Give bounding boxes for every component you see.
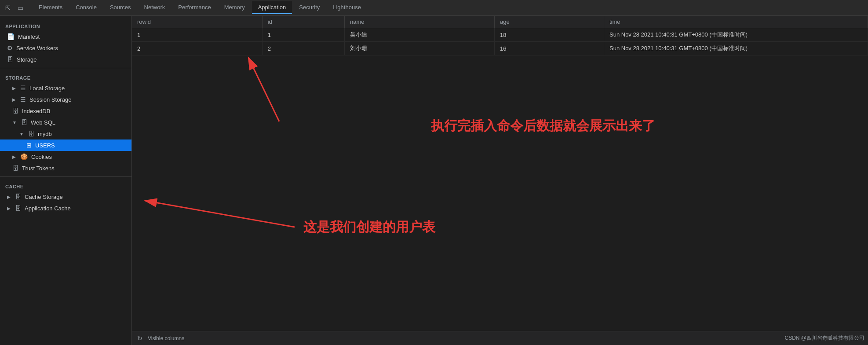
table-container[interactable]: rowid id name age time 1 1 吴小迪 18 Sun No… [132, 16, 868, 331]
refresh-button[interactable]: ↻ [135, 334, 144, 343]
tab-sources[interactable]: Sources [104, 1, 137, 14]
tab-bar: ⇱ ▭ Elements Console Sources Network Per… [0, 0, 868, 16]
sidebar-item-cookies[interactable]: ▶ 🍪 Cookies [0, 151, 131, 162]
storage-icon: 🗄 [7, 56, 13, 63]
sidebar-item-indexeddb[interactable]: 🗄 IndexedDB [0, 105, 131, 117]
branding-label: CSDN @四川省奇呱科技有限公司 [784, 334, 864, 342]
col-header-age[interactable]: age [495, 16, 604, 28]
table-row[interactable]: 2 2 刘小珊 16 Sun Nov 28 2021 10:40:31 GMT+… [132, 42, 868, 55]
sidebar-item-storage[interactable]: 🗄 Storage [0, 54, 131, 65]
data-table: rowid id name age time 1 1 吴小迪 18 Sun No… [132, 16, 868, 55]
manifest-icon: 📄 [7, 33, 15, 40]
trust-tokens-icon: 🗄 [12, 165, 18, 172]
cell-age-2: 16 [495, 42, 604, 55]
indexeddb-icon: 🗄 [12, 107, 18, 114]
table-row[interactable]: 1 1 吴小迪 18 Sun Nov 28 2021 10:40:31 GMT+… [132, 28, 868, 42]
visible-columns-label[interactable]: Visible columns [148, 335, 184, 341]
cell-time-2: Sun Nov 28 2021 10:40:31 GMT+0800 (中国标准时… [604, 42, 868, 55]
sidebar-item-session-storage-label: Session Storage [29, 96, 71, 103]
users-icon: ⊞ [26, 142, 32, 149]
expand-arrow-websql: ▼ [12, 120, 17, 125]
tab-elements[interactable]: Elements [33, 1, 69, 14]
sidebar: Application 📄 Manifest ⚙ Service Workers… [0, 16, 132, 345]
sidebar-item-local-storage-label: Local Storage [29, 85, 65, 92]
sidebar-item-cookies-label: Cookies [31, 154, 52, 160]
expand-arrow-appcache: ▶ [7, 206, 11, 211]
table-header-row: rowid id name age time [132, 16, 868, 28]
cell-id-1: 1 [262, 28, 344, 42]
storage-section-title: Storage [0, 71, 131, 82]
tab-network[interactable]: Network [138, 1, 171, 14]
sidebar-item-cache-storage[interactable]: ▶ 🗄 Cache Storage [0, 191, 131, 202]
tab-lighthouse[interactable]: Lighthouse [327, 1, 367, 14]
sidebar-item-storage-label: Storage [17, 56, 37, 63]
cell-name-1: 吴小迪 [344, 28, 494, 42]
cursor-icon[interactable]: ⇱ [4, 4, 12, 12]
app-section-title: Application [0, 19, 131, 31]
col-header-name[interactable]: name [344, 16, 494, 28]
sidebar-item-indexeddb-label: IndexedDB [22, 108, 50, 114]
cell-id-2: 2 [262, 42, 344, 55]
sidebar-item-service-workers[interactable]: ⚙ Service Workers [0, 42, 131, 54]
tab-security[interactable]: Security [293, 1, 326, 14]
service-workers-icon: ⚙ [7, 44, 13, 51]
tab-console[interactable]: Console [69, 1, 103, 14]
divider-1 [0, 68, 131, 68]
col-header-rowid[interactable]: rowid [132, 16, 262, 28]
tab-performance[interactable]: Performance [172, 1, 217, 14]
col-header-id[interactable]: id [262, 16, 344, 28]
sidebar-item-session-storage[interactable]: ▶ ☰ Session Storage [0, 94, 131, 105]
cell-rowid-2: 2 [132, 42, 262, 55]
cache-section-title: Cache [0, 180, 131, 191]
cell-rowid-1: 1 [132, 28, 262, 42]
bottom-bar: ↻ Visible columns CSDN @四川省奇呱科技有限公司 [132, 331, 868, 345]
expand-arrow-cache: ▶ [7, 195, 11, 199]
cookies-icon: 🍪 [20, 153, 28, 160]
sidebar-item-users[interactable]: ⊞ USERS [0, 139, 131, 151]
cache-storage-icon: 🗄 [15, 193, 21, 200]
content-area: rowid id name age time 1 1 吴小迪 18 Sun No… [132, 16, 868, 345]
devtools-icons: ⇱ ▭ [4, 4, 25, 12]
sidebar-item-trust-tokens[interactable]: 🗄 Trust Tokens [0, 162, 131, 174]
sidebar-item-manifest[interactable]: 📄 Manifest [0, 31, 131, 42]
expand-arrow-session: ▶ [12, 97, 16, 102]
websql-icon: 🗄 [21, 119, 27, 126]
local-storage-icon: ☰ [20, 84, 26, 92]
col-header-time[interactable]: time [604, 16, 868, 28]
sidebar-item-trust-tokens-label: Trust Tokens [22, 165, 55, 172]
sidebar-item-cache-storage-label: Cache Storage [25, 194, 63, 200]
expand-arrow-cookies: ▶ [12, 154, 16, 159]
sidebar-item-users-label: USERS [35, 142, 55, 149]
device-icon[interactable]: ▭ [16, 4, 25, 12]
divider-2 [0, 176, 131, 177]
sidebar-item-service-workers-label: Service Workers [16, 45, 58, 51]
expand-arrow-mydb: ▼ [19, 132, 24, 136]
sidebar-item-app-cache[interactable]: ▶ 🗄 Application Cache [0, 202, 131, 214]
tab-memory[interactable]: Memory [218, 1, 251, 14]
sidebar-item-mydb[interactable]: ▼ 🗄 mydb [0, 128, 131, 139]
session-storage-icon: ☰ [20, 96, 26, 103]
main-layout: Application 📄 Manifest ⚙ Service Workers… [0, 16, 868, 345]
cell-age-1: 18 [495, 28, 604, 42]
sidebar-item-local-storage[interactable]: ▶ ☰ Local Storage [0, 82, 131, 94]
sidebar-item-websql[interactable]: ▼ 🗄 Web SQL [0, 117, 131, 128]
sidebar-item-manifest-label: Manifest [18, 33, 40, 40]
tab-application[interactable]: Application [252, 1, 292, 14]
cell-name-2: 刘小珊 [344, 42, 494, 55]
app-cache-icon: 🗄 [15, 205, 21, 212]
sidebar-item-app-cache-label: Application Cache [25, 205, 71, 212]
expand-arrow-local: ▶ [12, 86, 16, 91]
sidebar-item-mydb-label: mydb [38, 131, 52, 137]
sidebar-item-websql-label: Web SQL [31, 119, 55, 126]
mydb-icon: 🗄 [28, 130, 34, 137]
cell-time-1: Sun Nov 28 2021 10:40:31 GMT+0800 (中国标准时… [604, 28, 868, 42]
